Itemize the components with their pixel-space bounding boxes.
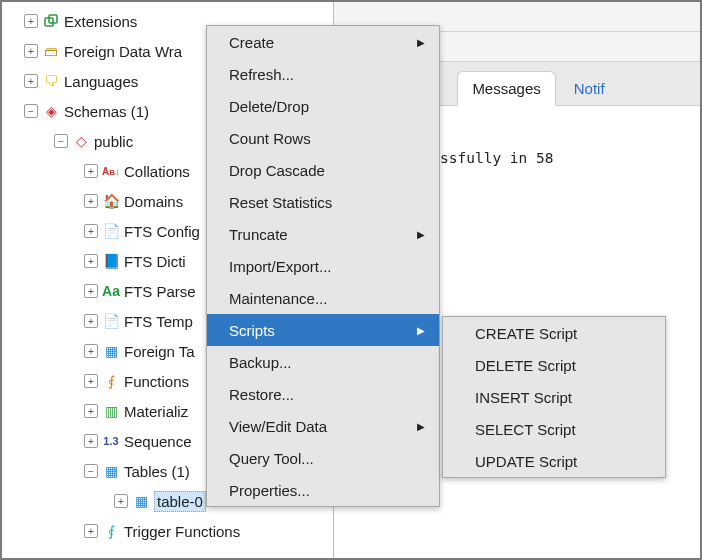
tree-label: Extensions bbox=[64, 13, 137, 30]
tree-label: FTS Dicti bbox=[124, 253, 186, 270]
context-menu[interactable]: Create▶ Refresh... Delete/Drop Count Row… bbox=[206, 25, 440, 507]
menu-label: Query Tool... bbox=[229, 450, 314, 467]
menu-properties[interactable]: Properties... bbox=[207, 474, 439, 506]
tree-label: Domains bbox=[124, 193, 183, 210]
expander-icon[interactable]: + bbox=[84, 254, 98, 268]
functions-icon: ⨐ bbox=[102, 372, 120, 390]
fts-parser-icon: Aa bbox=[102, 282, 120, 300]
expander-collapse-icon[interactable]: − bbox=[84, 464, 98, 478]
tree-label: Collations bbox=[124, 163, 190, 180]
menu-create[interactable]: Create▶ bbox=[207, 26, 439, 58]
extensions-icon bbox=[42, 12, 60, 30]
tree-label: Foreign Ta bbox=[124, 343, 195, 360]
menu-label: Properties... bbox=[229, 482, 310, 499]
submenu-select-script[interactable]: SELECT Script bbox=[443, 413, 665, 445]
expander-icon[interactable]: + bbox=[84, 164, 98, 178]
menu-label: SELECT Script bbox=[475, 421, 576, 438]
submenu-insert-script[interactable]: INSERT Script bbox=[443, 381, 665, 413]
tab-messages[interactable]: Messages bbox=[457, 71, 555, 106]
expander-icon[interactable]: + bbox=[84, 344, 98, 358]
menu-label: Restore... bbox=[229, 386, 294, 403]
menu-maintenance[interactable]: Maintenance... bbox=[207, 282, 439, 314]
menu-label: Delete/Drop bbox=[229, 98, 309, 115]
fts-dict-icon: 📘 bbox=[102, 252, 120, 270]
menu-label: Drop Cascade bbox=[229, 162, 325, 179]
expander-icon[interactable]: + bbox=[84, 284, 98, 298]
submenu-update-script[interactable]: UPDATE Script bbox=[443, 445, 665, 477]
domains-icon: 🏠 bbox=[102, 192, 120, 210]
table-icon: ▦ bbox=[132, 492, 150, 510]
expander-icon[interactable]: + bbox=[24, 74, 38, 88]
expander-icon[interactable]: + bbox=[24, 14, 38, 28]
trigger-functions-icon: ⨐ bbox=[102, 522, 120, 540]
tree-label: table-0 bbox=[154, 491, 206, 512]
expander-icon[interactable]: + bbox=[84, 314, 98, 328]
tree-label: Languages bbox=[64, 73, 138, 90]
schema-public-icon: ◇ bbox=[72, 132, 90, 150]
expander-icon[interactable]: + bbox=[84, 194, 98, 208]
menu-backup[interactable]: Backup... bbox=[207, 346, 439, 378]
menu-label: Refresh... bbox=[229, 66, 294, 83]
schemas-icon: ◈ bbox=[42, 102, 60, 120]
expander-icon[interactable]: + bbox=[84, 404, 98, 418]
expander-collapse-icon[interactable]: − bbox=[24, 104, 38, 118]
expander-icon[interactable]: + bbox=[114, 494, 128, 508]
fts-template-icon: 📄 bbox=[102, 312, 120, 330]
chevron-right-icon: ▶ bbox=[417, 421, 425, 432]
menu-label: Import/Export... bbox=[229, 258, 332, 275]
tree-label: Sequence bbox=[124, 433, 192, 450]
menu-label: View/Edit Data bbox=[229, 418, 327, 435]
menu-drop-cascade[interactable]: Drop Cascade bbox=[207, 154, 439, 186]
materialized-views-icon: ▥ bbox=[102, 402, 120, 420]
menu-label: UPDATE Script bbox=[475, 453, 577, 470]
chevron-right-icon: ▶ bbox=[417, 229, 425, 240]
menu-scripts[interactable]: Scripts▶ bbox=[207, 314, 439, 346]
menu-label: DELETE Script bbox=[475, 357, 576, 374]
tree-label: FTS Config bbox=[124, 223, 200, 240]
tree-label: public bbox=[94, 133, 133, 150]
tree-label: FTS Parse bbox=[124, 283, 196, 300]
menu-import-export[interactable]: Import/Export... bbox=[207, 250, 439, 282]
tree-label: Tables (1) bbox=[124, 463, 190, 480]
menu-label: INSERT Script bbox=[475, 389, 572, 406]
tab-notifications[interactable]: Notif bbox=[560, 72, 619, 105]
menu-reset-stats[interactable]: Reset Statistics bbox=[207, 186, 439, 218]
menu-label: Truncate bbox=[229, 226, 288, 243]
menu-label: Backup... bbox=[229, 354, 292, 371]
foreign-tables-icon: ▦ bbox=[102, 342, 120, 360]
tree-label: Materializ bbox=[124, 403, 188, 420]
menu-restore[interactable]: Restore... bbox=[207, 378, 439, 410]
menu-count-rows[interactable]: Count Rows bbox=[207, 122, 439, 154]
menu-query-tool[interactable]: Query Tool... bbox=[207, 442, 439, 474]
submenu-create-script[interactable]: CREATE Script bbox=[443, 317, 665, 349]
menu-label: Maintenance... bbox=[229, 290, 327, 307]
menu-view-edit-data[interactable]: View/Edit Data▶ bbox=[207, 410, 439, 442]
menu-label: Create bbox=[229, 34, 274, 51]
chevron-right-icon: ▶ bbox=[417, 37, 425, 48]
submenu-delete-script[interactable]: DELETE Script bbox=[443, 349, 665, 381]
tree-label: Schemas (1) bbox=[64, 103, 149, 120]
scripts-submenu[interactable]: CREATE Script DELETE Script INSERT Scrip… bbox=[442, 316, 666, 478]
expander-icon[interactable]: + bbox=[24, 44, 38, 58]
menu-label: Count Rows bbox=[229, 130, 311, 147]
menu-label: CREATE Script bbox=[475, 325, 577, 342]
tree-node-trigger-functions[interactable]: + ⨐ Trigger Functions bbox=[6, 516, 333, 546]
expander-icon[interactable]: + bbox=[84, 224, 98, 238]
menu-refresh[interactable]: Refresh... bbox=[207, 58, 439, 90]
expander-icon[interactable]: + bbox=[84, 374, 98, 388]
chevron-right-icon: ▶ bbox=[417, 325, 425, 336]
expander-icon[interactable]: + bbox=[84, 524, 98, 538]
tree-label: Trigger Functions bbox=[124, 523, 240, 540]
expander-icon[interactable]: + bbox=[84, 434, 98, 448]
menu-delete[interactable]: Delete/Drop bbox=[207, 90, 439, 122]
menu-label: Scripts bbox=[229, 322, 275, 339]
tree-label: Foreign Data Wra bbox=[64, 43, 182, 60]
collations-icon: AB↓ bbox=[102, 162, 120, 180]
languages-icon: 🗨 bbox=[42, 72, 60, 90]
expander-collapse-icon[interactable]: − bbox=[54, 134, 68, 148]
tree-label: FTS Temp bbox=[124, 313, 193, 330]
tables-icon: ▦ bbox=[102, 462, 120, 480]
foreign-data-wrapper-icon: 🗃 bbox=[42, 42, 60, 60]
menu-truncate[interactable]: Truncate▶ bbox=[207, 218, 439, 250]
menu-label: Reset Statistics bbox=[229, 194, 332, 211]
